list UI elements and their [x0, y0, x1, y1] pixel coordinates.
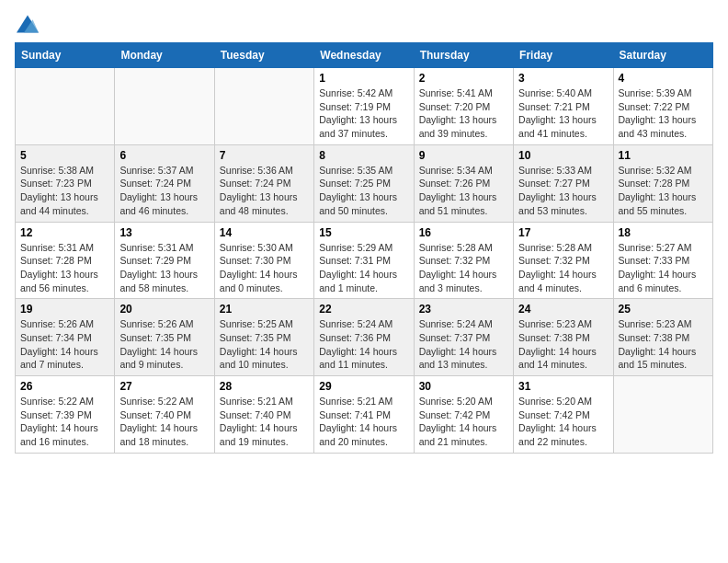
day-info: Sunrise: 5:41 AM Sunset: 7:20 PM Dayligh… [419, 86, 508, 141]
day-number: 25 [619, 303, 708, 316]
calendar-cell: 14Sunrise: 5:30 AM Sunset: 7:30 PM Dayli… [214, 222, 313, 299]
day-info: Sunrise: 5:21 AM Sunset: 7:40 PM Dayligh… [220, 395, 309, 449]
day-info: Sunrise: 5:26 AM Sunset: 7:34 PM Dayligh… [20, 317, 109, 372]
calendar-cell: 29Sunrise: 5:21 AM Sunset: 7:41 PM Dayli… [314, 376, 414, 454]
calendar-cell: 22Sunrise: 5:24 AM Sunset: 7:36 PM Dayli… [314, 299, 414, 376]
day-number: 2 [419, 72, 508, 85]
logo [15, 15, 39, 33]
day-number: 24 [518, 303, 608, 316]
day-info: Sunrise: 5:23 AM Sunset: 7:38 PM Dayligh… [518, 317, 608, 372]
day-info: Sunrise: 5:23 AM Sunset: 7:38 PM Dayligh… [619, 317, 708, 372]
day-info: Sunrise: 5:20 AM Sunset: 7:42 PM Dayligh… [518, 395, 608, 449]
calendar-cell: 24Sunrise: 5:23 AM Sunset: 7:38 PM Dayli… [514, 299, 613, 376]
day-info: Sunrise: 5:36 AM Sunset: 7:24 PM Dayligh… [220, 164, 309, 218]
day-info: Sunrise: 5:22 AM Sunset: 7:40 PM Dayligh… [119, 395, 209, 449]
calendar-cell [214, 68, 313, 145]
calendar-cell: 11Sunrise: 5:32 AM Sunset: 7:28 PM Dayli… [613, 144, 712, 222]
calendar-week-row: 1Sunrise: 5:42 AM Sunset: 7:19 PM Daylig… [16, 68, 713, 145]
day-info: Sunrise: 5:31 AM Sunset: 7:29 PM Dayligh… [119, 241, 209, 295]
weekday-header-sunday: Sunday [16, 43, 115, 68]
calendar-cell: 3Sunrise: 5:40 AM Sunset: 7:21 PM Daylig… [514, 68, 613, 145]
day-number: 29 [319, 380, 408, 393]
day-info: Sunrise: 5:27 AM Sunset: 7:33 PM Dayligh… [619, 241, 708, 295]
day-number: 6 [119, 149, 209, 162]
calendar-cell: 31Sunrise: 5:20 AM Sunset: 7:42 PM Dayli… [514, 376, 613, 454]
calendar-cell: 17Sunrise: 5:28 AM Sunset: 7:32 PM Dayli… [514, 222, 613, 299]
calendar-cell: 13Sunrise: 5:31 AM Sunset: 7:29 PM Dayli… [115, 222, 214, 299]
day-info: Sunrise: 5:30 AM Sunset: 7:30 PM Dayligh… [220, 241, 309, 295]
day-number: 3 [518, 72, 608, 85]
calendar-cell: 5Sunrise: 5:38 AM Sunset: 7:23 PM Daylig… [16, 144, 115, 222]
day-info: Sunrise: 5:34 AM Sunset: 7:26 PM Dayligh… [419, 164, 508, 218]
calendar-week-row: 26Sunrise: 5:22 AM Sunset: 7:39 PM Dayli… [16, 376, 713, 454]
calendar-week-row: 5Sunrise: 5:38 AM Sunset: 7:23 PM Daylig… [16, 144, 713, 222]
day-info: Sunrise: 5:29 AM Sunset: 7:31 PM Dayligh… [319, 241, 408, 295]
logo-text [15, 15, 39, 33]
logo-icon [17, 15, 39, 33]
calendar-cell: 27Sunrise: 5:22 AM Sunset: 7:40 PM Dayli… [115, 376, 214, 454]
calendar-cell [16, 68, 115, 145]
day-number: 22 [319, 303, 408, 316]
day-number: 11 [619, 149, 708, 162]
day-info: Sunrise: 5:39 AM Sunset: 7:22 PM Dayligh… [619, 86, 708, 141]
calendar-cell: 4Sunrise: 5:39 AM Sunset: 7:22 PM Daylig… [613, 68, 712, 145]
day-info: Sunrise: 5:20 AM Sunset: 7:42 PM Dayligh… [419, 395, 508, 449]
day-info: Sunrise: 5:37 AM Sunset: 7:24 PM Dayligh… [119, 164, 209, 218]
day-info: Sunrise: 5:21 AM Sunset: 7:41 PM Dayligh… [319, 395, 408, 449]
day-number: 31 [518, 380, 608, 393]
calendar-cell: 2Sunrise: 5:41 AM Sunset: 7:20 PM Daylig… [414, 68, 513, 145]
day-number: 21 [220, 303, 309, 316]
day-number: 14 [220, 226, 309, 239]
weekday-header-friday: Friday [514, 43, 613, 68]
day-number: 1 [319, 72, 408, 85]
day-info: Sunrise: 5:31 AM Sunset: 7:28 PM Dayligh… [20, 241, 109, 295]
calendar-cell: 16Sunrise: 5:28 AM Sunset: 7:32 PM Dayli… [414, 222, 513, 299]
calendar-week-row: 19Sunrise: 5:26 AM Sunset: 7:34 PM Dayli… [16, 299, 713, 376]
weekday-header-thursday: Thursday [414, 43, 513, 68]
day-info: Sunrise: 5:24 AM Sunset: 7:37 PM Dayligh… [419, 317, 508, 372]
weekday-header-saturday: Saturday [613, 43, 712, 68]
day-number: 17 [518, 226, 608, 239]
day-number: 7 [220, 149, 309, 162]
day-info: Sunrise: 5:25 AM Sunset: 7:35 PM Dayligh… [220, 317, 309, 372]
calendar-cell: 15Sunrise: 5:29 AM Sunset: 7:31 PM Dayli… [314, 222, 414, 299]
calendar-cell: 10Sunrise: 5:33 AM Sunset: 7:27 PM Dayli… [514, 144, 613, 222]
page-header [15, 15, 713, 33]
calendar-week-row: 12Sunrise: 5:31 AM Sunset: 7:28 PM Dayli… [16, 222, 713, 299]
calendar-table: SundayMondayTuesdayWednesdayThursdayFrid… [15, 42, 713, 454]
day-info: Sunrise: 5:28 AM Sunset: 7:32 PM Dayligh… [419, 241, 508, 295]
day-number: 8 [319, 149, 408, 162]
day-info: Sunrise: 5:24 AM Sunset: 7:36 PM Dayligh… [319, 317, 408, 372]
calendar-cell: 19Sunrise: 5:26 AM Sunset: 7:34 PM Dayli… [16, 299, 115, 376]
day-number: 19 [20, 303, 109, 316]
day-number: 10 [518, 149, 608, 162]
day-info: Sunrise: 5:38 AM Sunset: 7:23 PM Dayligh… [20, 164, 109, 218]
calendar-cell: 28Sunrise: 5:21 AM Sunset: 7:40 PM Dayli… [214, 376, 313, 454]
calendar-cell: 7Sunrise: 5:36 AM Sunset: 7:24 PM Daylig… [214, 144, 313, 222]
day-number: 9 [419, 149, 508, 162]
calendar-cell: 26Sunrise: 5:22 AM Sunset: 7:39 PM Dayli… [16, 376, 115, 454]
day-info: Sunrise: 5:42 AM Sunset: 7:19 PM Dayligh… [319, 86, 408, 141]
day-info: Sunrise: 5:35 AM Sunset: 7:25 PM Dayligh… [319, 164, 408, 218]
day-info: Sunrise: 5:22 AM Sunset: 7:39 PM Dayligh… [20, 395, 109, 449]
day-number: 13 [119, 226, 209, 239]
day-number: 18 [619, 226, 708, 239]
day-number: 5 [20, 149, 109, 162]
day-number: 20 [119, 303, 209, 316]
day-info: Sunrise: 5:28 AM Sunset: 7:32 PM Dayligh… [518, 241, 608, 295]
day-number: 26 [20, 380, 109, 393]
calendar-cell: 18Sunrise: 5:27 AM Sunset: 7:33 PM Dayli… [613, 222, 712, 299]
day-number: 30 [419, 380, 508, 393]
day-info: Sunrise: 5:26 AM Sunset: 7:35 PM Dayligh… [119, 317, 209, 372]
calendar-cell: 1Sunrise: 5:42 AM Sunset: 7:19 PM Daylig… [314, 68, 414, 145]
calendar-cell [115, 68, 214, 145]
day-number: 28 [220, 380, 309, 393]
day-info: Sunrise: 5:33 AM Sunset: 7:27 PM Dayligh… [518, 164, 608, 218]
weekday-header-tuesday: Tuesday [214, 43, 313, 68]
day-number: 16 [419, 226, 508, 239]
weekday-header-wednesday: Wednesday [314, 43, 414, 68]
day-number: 4 [619, 72, 708, 85]
day-number: 15 [319, 226, 408, 239]
calendar-cell: 9Sunrise: 5:34 AM Sunset: 7:26 PM Daylig… [414, 144, 513, 222]
calendar-cell: 21Sunrise: 5:25 AM Sunset: 7:35 PM Dayli… [214, 299, 313, 376]
